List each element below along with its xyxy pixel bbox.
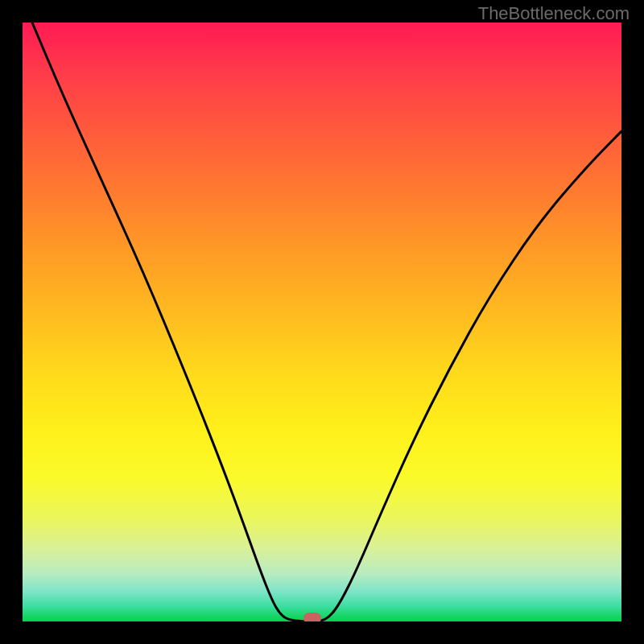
watermark-text: TheBottleneck.com (478, 3, 630, 24)
plot-area (23, 23, 621, 621)
curve-svg (23, 23, 621, 621)
optimal-point-marker (303, 613, 321, 621)
bottleneck-curve (32, 23, 621, 621)
